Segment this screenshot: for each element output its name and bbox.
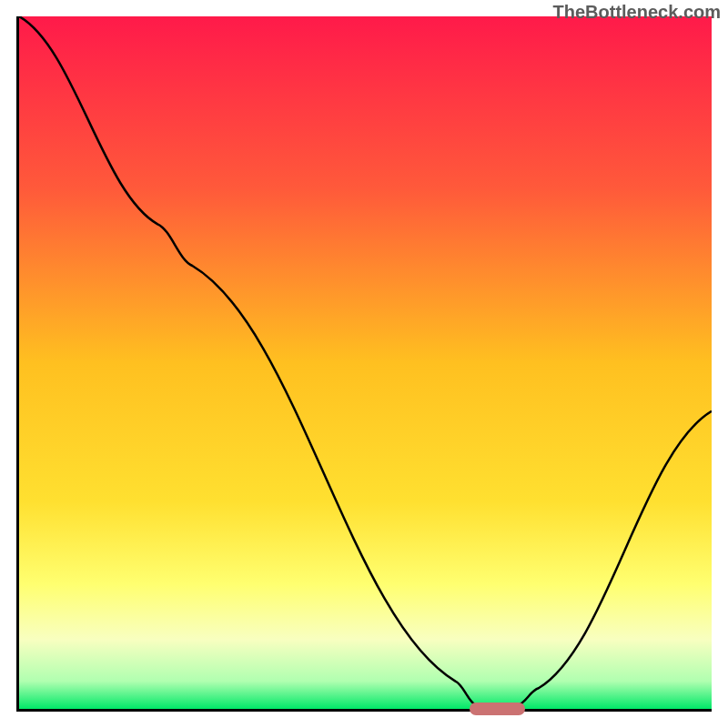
bottleneck-curve <box>19 16 712 709</box>
optimal-marker <box>470 703 525 715</box>
chart-plot-area <box>16 16 712 712</box>
watermark-text: TheBottleneck.com <box>553 2 721 23</box>
